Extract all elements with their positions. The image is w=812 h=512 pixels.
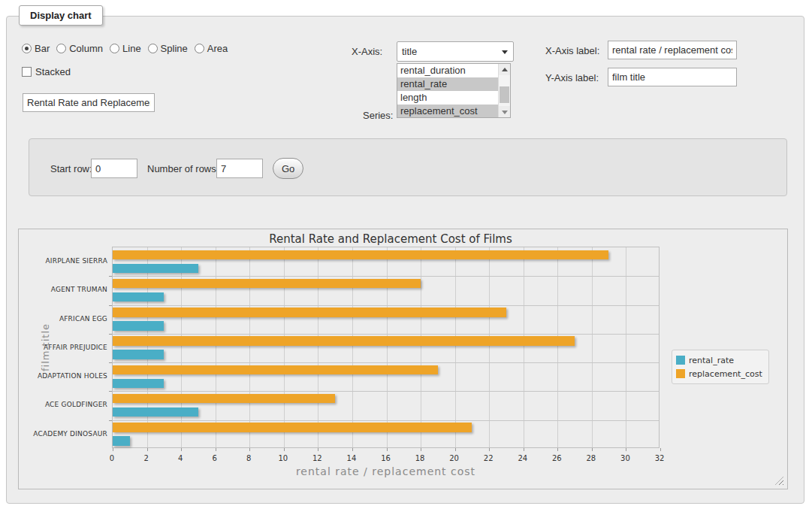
x-tick-mark (318, 448, 318, 451)
series-option-length[interactable]: length (397, 91, 498, 105)
bar-replacement_cost[interactable] (113, 365, 438, 375)
start-row-input[interactable] (91, 159, 137, 178)
gridline (592, 247, 593, 447)
x-tick-mark (216, 448, 216, 451)
chart-type-radio-bar[interactable]: Bar (22, 43, 50, 54)
gridline (249, 247, 250, 447)
radio-icon[interactable] (22, 44, 32, 53)
bar-rental_rate[interactable] (113, 350, 164, 359)
series-option-rental_rate[interactable]: rental_rate (397, 77, 498, 91)
gridline (216, 247, 216, 447)
x-axis-tick-labels: 02468101214161820222426283032 (112, 454, 660, 465)
radio-icon[interactable] (110, 44, 119, 53)
x-axis-title: rental rate / replacement cost (112, 465, 660, 477)
x-tick-label: 2 (143, 454, 148, 462)
radio-icon[interactable] (195, 44, 204, 53)
chart-type-radio-column[interactable]: Column (56, 43, 103, 54)
stacked-option[interactable]: Stacked (22, 66, 71, 77)
go-button[interactable]: Go (273, 158, 303, 179)
x-tick-label: 4 (178, 454, 183, 462)
chart-type-radio-spline[interactable]: Spline (148, 43, 188, 54)
radio-label: Column (69, 43, 103, 54)
gridline (113, 276, 659, 277)
number-of-rows-input[interactable] (216, 159, 263, 178)
x-tick-label: 28 (587, 454, 596, 462)
radio-icon[interactable] (56, 44, 66, 53)
scroll-down-icon[interactable] (499, 106, 510, 117)
series-option-rental_duration[interactable]: rental_duration (397, 64, 498, 77)
radio-label: Area (207, 43, 228, 54)
x-tick-mark (284, 448, 285, 451)
x-tick-label: 14 (347, 454, 357, 462)
resize-handle-icon[interactable] (775, 477, 783, 485)
bar-replacement_cost[interactable] (113, 423, 472, 432)
category-label: ACE GOLDFINGER (19, 390, 107, 419)
category-axis-labels: AIRPLANE SIERRAAGENT TRUMANAFRICAN EGGAF… (19, 247, 107, 448)
x-tick-mark (352, 448, 353, 451)
bar-rental_rate[interactable] (113, 436, 130, 446)
chart-title-input[interactable] (23, 93, 155, 112)
legend-item-replacement_cost[interactable]: replacement_cost (676, 367, 762, 380)
bar-replacement_cost[interactable] (113, 250, 608, 260)
y-tick-mark (109, 276, 112, 277)
x-tick-mark (249, 448, 250, 451)
radio-label: Line (122, 43, 141, 54)
category-label: ACADEMY DINOSAUR (19, 420, 107, 448)
bar-rental_rate[interactable] (113, 264, 198, 274)
x-tick-label: 32 (655, 454, 665, 462)
series-option-replacement_cost[interactable]: replacement_cost (397, 105, 498, 118)
radio-label: Spline (161, 43, 188, 54)
x-axis-select[interactable]: title (397, 41, 514, 62)
gridline (113, 362, 659, 363)
gridline (626, 247, 626, 447)
gridline (181, 247, 182, 447)
scrollbar-thumb[interactable] (500, 86, 509, 103)
chart-type-radio-area[interactable]: Area (195, 43, 228, 54)
bar-replacement_cost[interactable] (113, 394, 335, 404)
x-tick-mark (387, 448, 388, 451)
bar-replacement_cost[interactable] (113, 279, 421, 289)
x-tick-label: 30 (620, 454, 630, 462)
x-tick-label: 10 (278, 454, 288, 462)
bar-replacement_cost[interactable] (113, 336, 575, 346)
bar-rental_rate[interactable] (113, 407, 198, 417)
y-axis-label-input[interactable] (608, 68, 737, 86)
y-tick-mark (109, 334, 112, 335)
gridline (557, 247, 558, 447)
bar-replacement_cost[interactable] (113, 308, 506, 317)
scroll-up-icon[interactable] (499, 64, 510, 75)
x-tick-label: 8 (246, 454, 251, 462)
stacked-checkbox[interactable] (22, 67, 32, 77)
x-tick-label: 18 (415, 454, 425, 462)
legend-item-rental_rate[interactable]: rental_rate (676, 353, 762, 367)
bar-rental_rate[interactable] (113, 321, 164, 331)
y-tick-mark (109, 305, 112, 306)
gridline (489, 247, 490, 447)
category-label: AFRICAN EGG (19, 304, 107, 333)
x-tick-mark (113, 448, 113, 451)
x-axis-select-value: title (402, 46, 417, 57)
gridline (147, 247, 148, 447)
series-multiselect[interactable]: rental_durationrental_ratelengthreplacem… (397, 63, 511, 118)
bar-rental_rate[interactable] (113, 379, 164, 389)
x-axis-label-input[interactable] (608, 41, 737, 59)
x-tick-mark (557, 448, 558, 451)
bar-rental_rate[interactable] (113, 292, 164, 302)
series-scrollbar[interactable] (498, 64, 510, 117)
x-tick-mark (421, 448, 421, 451)
chart-type-radio-line[interactable]: Line (110, 43, 141, 54)
x-axis-label-label: X-Axis label: (545, 45, 599, 56)
gridline (113, 391, 659, 392)
x-tick-label: 24 (518, 454, 527, 462)
gridline (113, 305, 659, 306)
x-tick-mark (660, 448, 661, 451)
x-tick-label: 0 (110, 454, 114, 462)
x-tick-label: 20 (449, 454, 459, 462)
radio-icon[interactable] (148, 44, 158, 53)
x-tick-label: 26 (552, 454, 562, 462)
gridline (318, 247, 318, 447)
x-tick-mark (592, 448, 593, 451)
x-tick-mark (626, 448, 626, 451)
gridline (113, 334, 659, 335)
x-tick-mark (524, 448, 524, 451)
